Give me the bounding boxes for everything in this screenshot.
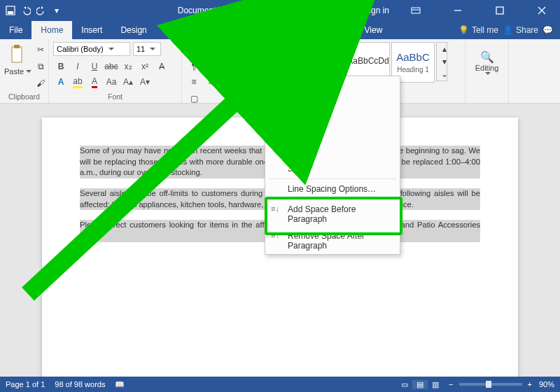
styles-more-icon[interactable]: ⌄ <box>437 68 452 80</box>
format-painter-icon[interactable]: 🖌 <box>33 76 48 91</box>
page-indicator[interactable]: Page 1 of 1 <box>6 380 45 388</box>
tab-design[interactable]: Design <box>111 21 155 39</box>
minimize-button[interactable] <box>442 6 473 15</box>
bold-button[interactable]: B <box>53 59 69 74</box>
proofing-icon[interactable]: 📖 <box>115 380 125 389</box>
paste-icon[interactable] <box>7 42 29 67</box>
close-button[interactable] <box>526 6 557 15</box>
ribbon-tabs: File Home Insert Design Layout Reference… <box>0 21 560 39</box>
svg-rect-3 <box>496 7 503 14</box>
sort-icon[interactable]: A↓ <box>270 42 286 57</box>
clear-formatting-icon[interactable]: A̶ <box>154 59 169 74</box>
line-spacing-options[interactable]: Line Spacing Options… <box>265 181 400 197</box>
cut-icon[interactable]: ✂ <box>33 42 48 57</box>
justify-icon[interactable]: ≡ <box>237 74 252 90</box>
italic-button[interactable]: I <box>70 59 85 74</box>
tab-view[interactable]: View <box>356 21 392 39</box>
spacing-1.15[interactable]: 1.15 <box>265 93 400 110</box>
qat-customize-icon[interactable]: ▾ <box>50 4 63 17</box>
svg-rect-2 <box>412 8 420 13</box>
ribbon-display-icon[interactable] <box>400 7 431 14</box>
maximize-button[interactable] <box>484 6 515 15</box>
spacing-3.0[interactable]: 3.0 <box>265 160 400 177</box>
spacing-2.5[interactable]: 2.5 <box>265 144 400 160</box>
underline-button[interactable]: U <box>87 59 102 74</box>
editing-button[interactable]: Editing <box>475 64 499 72</box>
tell-me-search[interactable]: 💡Tell me <box>458 25 498 35</box>
styles-scroll-down-icon[interactable]: ▾ <box>437 55 452 68</box>
spacing-2.0[interactable]: 2.0 <box>265 127 400 144</box>
strikethrough-button[interactable]: abc <box>104 59 119 74</box>
zoom-level[interactable]: 90% <box>539 380 554 388</box>
zoom-out-icon[interactable]: − <box>449 380 453 388</box>
comments-icon[interactable]: 💬 <box>542 25 553 35</box>
paste-button[interactable]: Paste <box>4 67 31 76</box>
word-count[interactable]: 98 of 98 words <box>55 380 105 388</box>
shrink-font-icon[interactable]: A▾ <box>137 74 153 90</box>
align-center-icon[interactable]: ≡ <box>203 74 218 90</box>
align-right-icon[interactable]: ≡ <box>220 74 235 90</box>
editing-dropdown-icon[interactable]: 🔍 <box>480 50 494 64</box>
numbering-icon[interactable]: 1≡ <box>203 42 218 57</box>
show-marks-icon[interactable]: ¶ <box>186 59 202 74</box>
styles-scroll-up-icon[interactable]: ▴ <box>437 43 452 55</box>
share-button[interactable]: 👤Share <box>503 25 538 35</box>
spacing-1.0[interactable]: 1.0 <box>265 76 400 93</box>
change-case-icon[interactable]: Aa <box>104 74 119 90</box>
read-mode-icon[interactable]: ▭ <box>397 380 412 389</box>
text-effects-icon[interactable]: A <box>53 74 69 90</box>
tab-layout[interactable]: Layout <box>156 21 200 39</box>
font-color-icon[interactable]: A <box>87 74 102 90</box>
status-bar: Page 1 of 1 98 of 98 words 📖 ▭ ▤ ▥ − + 9… <box>0 377 560 392</box>
space-after-icon: ≡↑ <box>271 231 279 239</box>
tab-file[interactable]: File <box>0 21 31 39</box>
decrease-indent-icon[interactable]: ⇤ <box>237 42 252 57</box>
share-icon: 👤 <box>503 25 513 35</box>
svg-rect-4 <box>12 47 22 62</box>
group-clipboard: Clipboard <box>4 91 44 103</box>
align-left-icon[interactable]: ≡ <box>186 74 202 90</box>
spacing-1.5[interactable]: 1.5 <box>265 110 400 127</box>
undo-icon[interactable] <box>20 4 32 17</box>
zoom-slider[interactable] <box>459 383 522 386</box>
font-name-combo[interactable]: Calibri (Body) <box>53 42 130 56</box>
remove-space-after[interactable]: ≡↑Remove Space After Paragraph <box>265 227 400 254</box>
line-spacing-dropdown: 1.0 1.15 1.5 2.0 2.5 3.0 Line Spacing Op… <box>265 76 400 255</box>
svg-rect-5 <box>14 45 20 48</box>
svg-rect-1 <box>8 11 13 14</box>
tab-insert[interactable]: Insert <box>72 21 111 39</box>
add-space-before[interactable]: ≡↓Add Space Before Paragraph <box>265 201 400 227</box>
tab-mailings[interactable]: Mailings <box>260 21 309 39</box>
group-font: Font <box>53 91 177 103</box>
sign-in-link[interactable]: Sign in <box>363 6 389 15</box>
zoom-in-icon[interactable]: + <box>528 380 532 388</box>
increase-indent-icon[interactable]: ⇥ <box>253 42 269 57</box>
web-layout-icon[interactable]: ▥ <box>428 380 443 389</box>
save-icon[interactable] <box>4 4 17 17</box>
font-size-combo[interactable]: 11 <box>133 42 161 56</box>
multilevel-list-icon[interactable]: ⊟ <box>220 42 235 57</box>
grow-font-icon[interactable]: A▴ <box>120 74 136 90</box>
copy-icon[interactable]: ⧉ <box>33 59 48 74</box>
bulb-icon: 💡 <box>458 25 469 35</box>
highlight-color-icon[interactable]: ab <box>70 74 85 90</box>
space-before-icon: ≡↓ <box>271 204 279 213</box>
print-layout-icon[interactable]: ▤ <box>412 380 428 389</box>
tab-home[interactable]: Home <box>31 21 72 39</box>
app-name: Word <box>229 6 248 15</box>
redo-icon[interactable] <box>35 4 48 17</box>
tab-review[interactable]: Review <box>309 21 355 39</box>
subscript-button[interactable]: x₂ <box>120 59 136 74</box>
tab-references[interactable]: References <box>200 21 260 39</box>
title-bar: ▾ Document1 - Word Sign in <box>0 0 560 21</box>
doc-title: Document1 <box>178 6 220 15</box>
bullets-icon[interactable]: •≡ <box>186 42 202 57</box>
superscript-button[interactable]: x² <box>137 59 153 74</box>
